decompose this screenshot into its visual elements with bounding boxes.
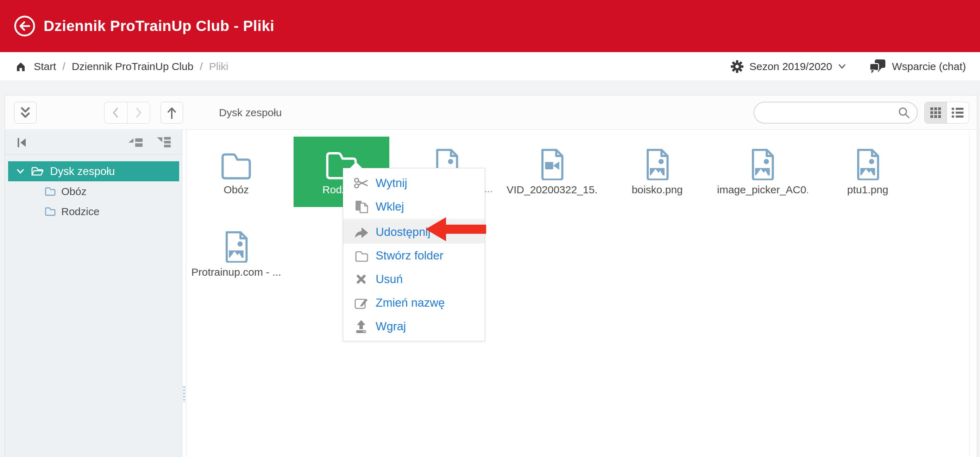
view-toggle — [924, 102, 969, 124]
breadcrumb-current: Pliki — [209, 61, 229, 73]
forward-button[interactable] — [127, 102, 150, 123]
video-file-icon — [539, 147, 565, 180]
file-name: ptu1.png — [847, 184, 888, 196]
folder-icon — [45, 207, 56, 216]
file-tile-image[interactable]: Protrainup.com - ... — [188, 219, 284, 290]
menu-item-share[interactable]: Udostępnij — [343, 220, 485, 244]
file-tile-image[interactable]: ptu1.png — [820, 137, 916, 207]
delete-icon — [354, 272, 368, 286]
file-tile-image[interactable]: image_picker_AC0... — [714, 137, 810, 207]
breadcrumb-club[interactable]: Dziennik ProTrainUp Club — [72, 61, 194, 73]
rename-icon — [353, 295, 369, 311]
paste-icon — [353, 199, 369, 215]
up-directory-button[interactable] — [161, 102, 183, 124]
resize-handle[interactable] — [183, 386, 185, 403]
collapse-tree-icon[interactable] — [127, 135, 144, 149]
menu-item-label: Zmień nazwę — [375, 296, 445, 309]
menu-item-paste[interactable]: Wklej — [343, 195, 485, 218]
menu-item-label: Wklej — [375, 200, 404, 213]
page-title: Dziennik ProTrainUp Club - Pliki — [44, 18, 274, 35]
back-button[interactable] — [105, 102, 127, 123]
sidebar-resize-gutter — [182, 130, 186, 457]
share-icon — [353, 225, 369, 239]
file-row-2: Protrainup.com - ... — [188, 219, 284, 290]
menu-item-cut[interactable]: Wytnij — [343, 171, 485, 195]
search-box — [754, 102, 918, 124]
topbar-right: Sezon 2019/2020 Wsparcie (chat) — [730, 58, 966, 75]
breadcrumb-separator: / — [62, 61, 65, 73]
file-tile-image[interactable]: boisko.png — [609, 137, 705, 207]
image-file-icon — [749, 147, 776, 180]
collapse-panel-button[interactable] — [14, 102, 37, 124]
list-view-button[interactable] — [947, 102, 969, 123]
breadcrumb-bar: Start / Dziennik ProTrainUp Club / Pliki — [0, 52, 980, 81]
create-folder-icon — [353, 248, 369, 263]
back-icon[interactable] — [13, 15, 36, 37]
file-name: Protrainup.com - ... — [191, 266, 281, 278]
cut-icon — [353, 175, 369, 191]
file-name: boisko.png — [632, 184, 682, 196]
menu-item-label: Udostępnij — [375, 225, 431, 239]
menu-item-create-folder[interactable]: Stwórz folder — [343, 244, 485, 267]
file-manager-panel: Dysk zespołu — [5, 95, 977, 457]
open-folder-icon — [30, 166, 45, 177]
sidebar-header — [5, 130, 182, 154]
menu-item-label: Wgraj — [375, 320, 406, 333]
image-file-icon — [223, 229, 250, 263]
file-name: VID_20200322_15... — [506, 184, 597, 196]
file-tile-folder[interactable]: Obóz — [188, 137, 284, 207]
tree-item-rodzice[interactable]: Rodzice — [5, 201, 182, 221]
tree-root-label: Dysk zespołu — [50, 165, 115, 178]
menu-item-label: Stwórz folder — [375, 249, 444, 262]
season-label: Sezon 2019/2020 — [749, 61, 832, 73]
truncated-name-peek: ... — [484, 183, 493, 195]
breadcrumb: Start / Dziennik ProTrainUp Club / Pliki — [14, 60, 229, 73]
menu-item-upload[interactable]: Wgraj — [343, 314, 485, 338]
support-chat-button[interactable]: Wsparcie (chat) — [869, 58, 966, 75]
file-row-1: Obóz Rodzice — [188, 137, 916, 207]
search-input[interactable] — [754, 107, 897, 118]
tree-item-oboz[interactable]: Obóz — [5, 182, 182, 201]
search-icon[interactable] — [897, 106, 911, 119]
chevron-down-icon — [838, 64, 846, 70]
tree-item-dysk-zespolu[interactable]: Dysk zespołu — [8, 161, 179, 182]
grid-view-icon — [929, 106, 942, 119]
menu-item-rename[interactable]: Zmień nazwę — [343, 291, 485, 314]
grid-view-button[interactable] — [925, 102, 947, 123]
tree-child-label: Rodzice — [61, 205, 99, 218]
gear-icon — [730, 60, 744, 73]
folder-tree-sidebar: Dysk zespołu Obóz Rodzice — [5, 130, 182, 457]
current-location-label: Dysk zespołu — [219, 96, 282, 129]
menu-item-label: Usuń — [375, 272, 403, 286]
chevron-left-icon — [109, 106, 123, 120]
season-selector[interactable]: Sezon 2019/2020 — [730, 60, 846, 73]
app-header: Dziennik ProTrainUp Club - Pliki — [0, 0, 980, 52]
double-chevron-down-icon — [18, 105, 32, 120]
tree-child-label: Obóz — [61, 186, 87, 197]
menu-item-label: Wytnij — [375, 177, 407, 190]
breadcrumb-start[interactable]: Start — [34, 61, 56, 73]
history-nav-group — [104, 102, 150, 124]
image-file-icon — [854, 147, 881, 180]
file-grid: Obóz Rodzice — [186, 130, 969, 457]
file-tile-video[interactable]: VID_20200322_15... — [504, 137, 600, 207]
collapse-sidebar-icon[interactable] — [16, 135, 28, 149]
chevron-down-icon — [16, 168, 25, 175]
image-file-icon — [644, 147, 671, 180]
menu-item-delete[interactable]: Usuń — [343, 267, 485, 291]
expand-tree-icon[interactable] — [156, 135, 172, 149]
file-manager-content: Dysk zespołu Obóz Rodzice — [5, 130, 977, 457]
chat-icon — [869, 58, 886, 75]
home-icon[interactable] — [14, 60, 27, 73]
scrollbar-gutter — [969, 130, 977, 457]
folder-icon — [45, 186, 56, 196]
support-label: Wsparcie (chat) — [892, 61, 966, 73]
file-name: Obóz — [224, 184, 249, 196]
file-name: image_picker_AC0... — [717, 184, 808, 196]
folder-icon — [219, 151, 253, 180]
breadcrumb-separator: / — [200, 61, 202, 73]
context-menu: Wytnij Wklej Udostępnij — [343, 168, 485, 341]
chevron-right-icon — [131, 106, 145, 120]
arrow-up-icon — [165, 105, 179, 120]
upload-icon — [353, 318, 369, 334]
